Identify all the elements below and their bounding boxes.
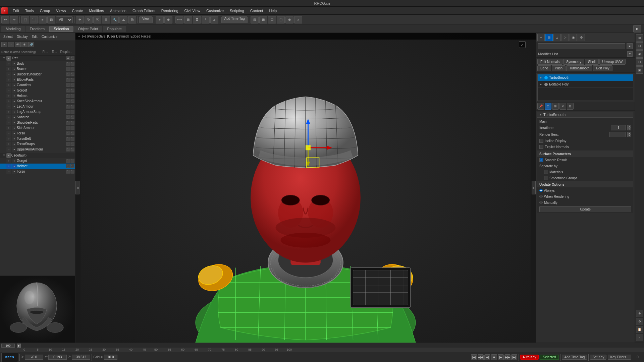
rotate-btn[interactable]: ↻ [85, 16, 93, 23]
list-item[interactable]: ○ ● LegArmour ⬛⬛ [0, 104, 75, 109]
list-item[interactable]: ○ ● Torso ⬛⬛ [0, 169, 75, 174]
view-mode-btn[interactable]: View [139, 16, 153, 23]
tab-object-paint[interactable]: Object Paint [74, 26, 103, 32]
tab-modeling[interactable]: Modeling [1, 26, 25, 32]
play-fwd-btn[interactable]: ▶ [498, 354, 504, 360]
turbosmooth-btn[interactable]: TurboSmooth [566, 65, 592, 71]
menu-create[interactable]: Create [69, 8, 86, 13]
viewport-maximize-btn[interactable]: ⤢ [519, 41, 526, 48]
far-right-btn-bottom-2[interactable]: ⚙ [636, 318, 643, 325]
y-value[interactable]: 0.193 [48, 355, 67, 360]
visibility-icon[interactable]: ● [6, 56, 11, 61]
filter-dropdown[interactable]: All [56, 16, 73, 23]
scene-delete-btn[interactable]: - [8, 42, 14, 47]
render-setup-btn[interactable]: ⊕ [285, 16, 293, 23]
explicit-normals-checkbox[interactable] [539, 145, 543, 149]
spinner-snap-btn[interactable]: % [128, 16, 136, 23]
visibility-icon[interactable]: ● [6, 153, 11, 158]
ref-coord-btn[interactable]: ⌖ [156, 16, 164, 23]
push-btn[interactable]: Push [552, 65, 566, 71]
smooth-result-checkbox[interactable]: ✓ [539, 158, 543, 162]
create-panel-icon[interactable]: + [537, 34, 545, 41]
list-item[interactable]: ○ ● Gauntlets ⬛⬛ [0, 82, 75, 88]
tab-populate[interactable]: Populate [103, 26, 126, 32]
move-btn[interactable]: ✛ [76, 16, 84, 23]
iterations-up[interactable]: ▲ [627, 125, 631, 128]
visibility-icon[interactable]: ○ [6, 61, 11, 66]
manually-radio[interactable] [539, 201, 543, 204]
object-name-input[interactable]: Box001 [538, 43, 625, 49]
key-filters-btn[interactable]: Key Filters... [608, 355, 631, 360]
tab-freeform[interactable]: Freeform [25, 26, 49, 32]
remove-modifier-btn[interactable]: ✕ [559, 103, 566, 110]
list-item[interactable]: ○ ● ShoulderPads ⬛⬛ [0, 120, 75, 125]
menu-modifiers[interactable]: Modifiers [86, 8, 107, 13]
scene-link-btn[interactable]: 🔗 [28, 42, 34, 47]
when-rendering-row[interactable]: When Rendering [537, 193, 633, 199]
bend-btn[interactable]: Bend [537, 65, 551, 71]
visibility-icon[interactable]: ○ [6, 67, 11, 71]
edit-normals-btn[interactable]: Edit Normals [537, 59, 562, 65]
menu-customize[interactable]: Customize [204, 8, 226, 13]
far-right-btn-bottom-4[interactable]: ≡ [636, 334, 643, 341]
play-reverse-btn[interactable]: ◀ [484, 354, 490, 360]
auto-key-btn[interactable]: Auto Key [520, 355, 539, 360]
far-right-btn-5[interactable]: ▣ [636, 66, 643, 74]
create-selection-btn[interactable]: Add Time Tag [221, 16, 248, 23]
utilities-panel-icon[interactable]: ⚙ [578, 34, 585, 41]
expand-icon[interactable]: ▼ [2, 56, 6, 60]
list-item[interactable]: ○ ● LegArmourStrap ⬛⬛ [0, 109, 75, 115]
scene-explorer-btn[interactable]: ⊞ [259, 16, 267, 23]
scale-btn[interactable]: ⇱ [93, 16, 101, 23]
smoothing-groups-row[interactable]: Smoothing Groups [537, 175, 633, 181]
list-item[interactable]: ▼ ● 0 (default) [0, 153, 75, 158]
mode-options-btn[interactable]: ▶ [633, 25, 641, 33]
hierarchy-btn[interactable]: ⋮ [202, 16, 210, 23]
list-item[interactable]: ○ ● Bracer ⬛ ⬛ [0, 66, 75, 72]
list-item[interactable]: ○ ● UpperArmArmour ⬛⬛ [0, 147, 75, 152]
menu-tools[interactable]: Tools [22, 8, 37, 13]
isoline-checkbox[interactable] [539, 139, 543, 143]
symmetry-btn[interactable]: Symmetry [563, 59, 584, 65]
hierarchy-panel-icon[interactable]: ⊿ [553, 34, 561, 41]
next-frame-btn[interactable]: ▶| [511, 354, 517, 360]
render-iters-input[interactable] [609, 132, 626, 137]
layer-btn[interactable]: ⊟ [251, 16, 259, 23]
menu-scripting[interactable]: Scripting [227, 8, 247, 13]
modifier-stack-item-editablepoly[interactable]: ▶ Editable Poly [538, 81, 633, 88]
always-radio[interactable] [539, 189, 543, 192]
snap-btn[interactable]: 🔧 [111, 16, 119, 23]
select-by-name-btn[interactable]: ≡ [39, 16, 47, 23]
far-right-btn-bottom-1[interactable]: ⊕ [636, 310, 643, 317]
list-item[interactable]: ○ ● Gorget ⬛⬛ [0, 158, 75, 164]
viewport-collapse-right[interactable]: ▶ [532, 181, 536, 194]
turbosmooth-section-header[interactable]: ▼ TurboSmooth [537, 112, 633, 118]
manually-row[interactable]: Manually [537, 199, 633, 205]
list-item[interactable]: ○ ● TorsoStraps ⬛⬛ [0, 141, 75, 147]
select-object-btn[interactable]: ⬚ [21, 16, 29, 23]
modifier-list-dropdown-btn[interactable]: ▼ [627, 51, 633, 57]
menu-animation[interactable]: Animation [107, 8, 129, 13]
materials-checkbox[interactable] [544, 170, 548, 174]
mirror-btn[interactable]: ⟺ [175, 16, 183, 23]
next-key-btn[interactable]: ▶▶ [504, 354, 511, 360]
pivot-btn[interactable]: ⊕ [164, 16, 172, 23]
scene-tab-edit[interactable]: Edit [31, 35, 39, 39]
shell-btn[interactable]: Shell [585, 59, 598, 65]
smooth-result-row[interactable]: ✓ Smooth Result [537, 157, 633, 163]
normal-align-btn[interactable]: ⊿ [210, 16, 218, 23]
pin-stack-btn[interactable]: 📌 [537, 103, 544, 110]
prev-frame-btn[interactable]: |◀ [471, 354, 477, 360]
expand-icon[interactable]: ▼ [2, 154, 6, 158]
select-filter-btn[interactable]: ⊡ [47, 16, 55, 23]
show-end-result-btn[interactable]: ⊡ [545, 103, 551, 110]
mat-editor-btn[interactable]: ⬚ [277, 16, 285, 23]
tab-selection[interactable]: Selection [49, 26, 73, 32]
materials-row[interactable]: Materials [537, 169, 633, 175]
grid-value[interactable]: 10.0 [104, 355, 117, 360]
scene-hide-btn[interactable]: 👁 [15, 42, 21, 47]
color-swatch-btn[interactable]: ■ [627, 43, 633, 49]
scene-tab-customize[interactable]: Customize [40, 35, 59, 39]
list-item[interactable]: ▼ ● .Ref ❄ ⬛ [0, 56, 75, 61]
when-rendering-radio[interactable] [539, 195, 543, 198]
